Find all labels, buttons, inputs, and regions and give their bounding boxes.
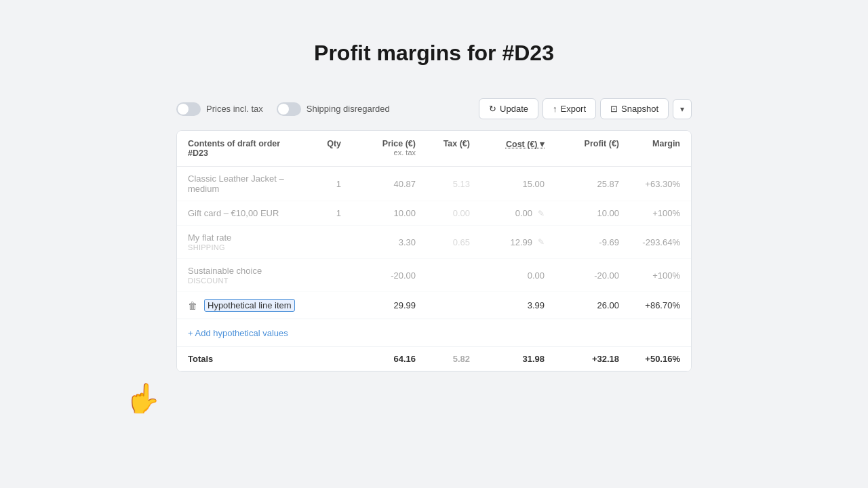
totals-profit: +32.18 <box>545 354 619 364</box>
table-row: My flat rate SHIPPING 3.30 0.65 12.99 ✎ … <box>177 226 691 259</box>
snapshot-icon: ⊡ <box>610 104 618 114</box>
add-hypothetical-link[interactable]: + Add hypothetical values <box>188 328 288 338</box>
hypothetical-profit: 26.00 <box>545 300 619 310</box>
item-price: -20.00 <box>341 270 416 281</box>
table-row: Sustainable choice DISCOUNT -20.00 0.00 … <box>177 259 691 292</box>
delete-cell: 🗑 <box>188 300 204 311</box>
item-price: 10.00 <box>341 208 416 218</box>
hypothetical-margin: +86.70% <box>619 300 680 310</box>
item-name: My flat rate SHIPPING <box>188 232 300 251</box>
item-profit: -20.00 <box>545 270 619 281</box>
totals-margin: +50.16% <box>619 354 680 364</box>
item-qty: 1 <box>300 179 341 189</box>
prices-incl-tax-toggle[interactable] <box>176 102 201 116</box>
export-icon: ↑ <box>553 104 557 114</box>
shipping-disregarded-toggle[interactable] <box>277 102 301 116</box>
hypothetical-row: 🗑 Hypothetical line item 29.99 3.99 26.0… <box>177 292 691 319</box>
item-name: Gift card – €10,00 EUR <box>188 208 300 218</box>
cursor-thumb-icon: 👆 <box>125 382 161 415</box>
delete-icon[interactable]: 🗑 <box>188 300 197 311</box>
item-cost: 15.00 <box>470 179 545 189</box>
item-margin: +100% <box>619 270 680 281</box>
totals-cost: 31.98 <box>470 354 545 364</box>
snapshot-button[interactable]: ⊡ Snapshot <box>600 98 669 119</box>
col-header-profit: Profit (€) <box>545 139 619 158</box>
hypothetical-name[interactable]: Hypothetical line item <box>204 299 295 312</box>
item-qty: 1 <box>300 208 341 218</box>
hypothetical-price: 29.99 <box>341 300 416 310</box>
totals-tax: 5.82 <box>416 354 470 364</box>
hypothetical-name-cell: Hypothetical line item <box>204 299 300 312</box>
item-profit: -9.69 <box>545 237 619 247</box>
toolbar-left: Prices incl. tax Shipping disregarded <box>176 102 390 116</box>
item-cost: 0.00 ✎ <box>470 208 545 218</box>
totals-row: Totals 64.16 5.82 31.98 +32.18 +50.16% <box>177 347 691 371</box>
item-profit: 25.87 <box>545 179 619 189</box>
col-header-qty: Qty <box>300 139 341 158</box>
toolbar: Prices incl. tax Shipping disregarded ↻ … <box>176 98 692 119</box>
item-cost: 12.99 ✎ <box>470 237 545 247</box>
item-margin: -293.64% <box>619 237 680 247</box>
col-header-tax: Tax (€) <box>416 139 470 158</box>
item-margin: +100% <box>619 208 680 218</box>
update-button[interactable]: ↻ Update <box>479 98 538 119</box>
main-table: Contents of draft order #D23 Qty Price (… <box>176 130 692 372</box>
table-header: Contents of draft order #D23 Qty Price (… <box>177 131 691 167</box>
item-profit: 10.00 <box>545 208 619 218</box>
totals-price: 64.16 <box>341 354 416 364</box>
toolbar-right: ↻ Update ↑ Export ⊡ Snapshot ▾ <box>479 98 692 119</box>
col-header-item: Contents of draft order #D23 <box>188 139 300 158</box>
item-tax: 0.65 <box>416 237 470 247</box>
edit-icon[interactable]: ✎ <box>538 209 545 218</box>
edit-icon[interactable]: ✎ <box>538 237 545 247</box>
update-icon: ↻ <box>489 104 496 114</box>
dropdown-button[interactable]: ▾ <box>673 99 692 119</box>
col-header-cost: Cost (€) ▾ <box>470 139 545 158</box>
prices-incl-tax-label: Prices incl. tax <box>206 104 263 114</box>
hypothetical-cost: 3.99 <box>470 300 545 310</box>
item-name: Sustainable choice DISCOUNT <box>188 266 300 285</box>
add-hypothetical-section: + Add hypothetical values <box>177 319 691 347</box>
table-row: Gift card – €10,00 EUR 1 10.00 0.00 0.00… <box>177 201 691 226</box>
page-title: Profit margins for #D23 <box>314 41 554 66</box>
shipping-disregarded-group: Shipping disregarded <box>277 102 390 116</box>
item-tax: 5.13 <box>416 179 470 189</box>
page-container: Profit margins for #D23 Prices incl. tax… <box>0 0 868 488</box>
col-header-margin: Margin <box>619 139 680 158</box>
export-button[interactable]: ↑ Export <box>542 98 596 119</box>
item-margin: +63.30% <box>619 179 680 189</box>
prices-incl-tax-group: Prices incl. tax <box>176 102 263 116</box>
shipping-disregarded-label: Shipping disregarded <box>307 104 390 114</box>
item-price: 3.30 <box>341 237 416 247</box>
col-header-price: Price (€) ex. tax <box>341 139 416 158</box>
item-price: 40.87 <box>341 179 416 189</box>
item-tax: 0.00 <box>416 208 470 218</box>
table-row: Classic Leather Jacket – medium 1 40.87 … <box>177 167 691 201</box>
item-cost: 0.00 <box>470 270 545 281</box>
totals-label: Totals <box>188 354 300 364</box>
item-name: Classic Leather Jacket – medium <box>188 174 300 194</box>
